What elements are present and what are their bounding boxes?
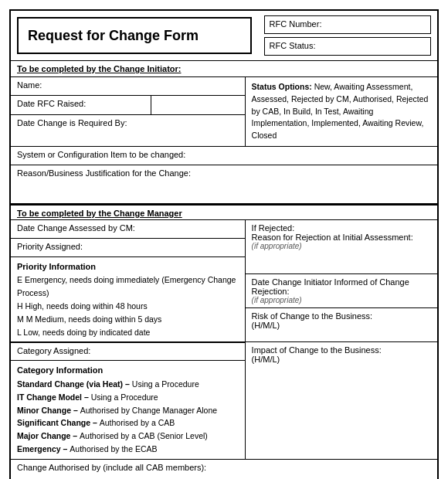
authorised-field[interactable]: Change Authorised by (include all CAB me…: [11, 459, 437, 479]
rfc-info: RFC Number: RFC Status:: [258, 11, 437, 60]
date-informed-field[interactable]: Date Change Initiator Informed of Change…: [246, 274, 437, 308]
manager-left: Date Change Assessed by CM: Priority Ass…: [11, 220, 246, 459]
form-title: Request for Change Form: [28, 28, 199, 44]
date-raised-value[interactable]: [151, 96, 245, 114]
status-options-content: Status Options: New, Awaiting Assessment…: [246, 77, 437, 146]
cat-significant: Significant Change – Authorised by a CAB: [17, 416, 239, 430]
date-assessed-field[interactable]: Date Change Assessed by CM:: [11, 220, 245, 239]
impact-scale: (H/M/L): [252, 355, 431, 364]
risk-label: Risk of Change to the Business:: [252, 311, 431, 321]
manager-section-label: To be completed by the Change Manager: [11, 204, 437, 220]
initiator-section-label: To be completed by the Change Initiator:: [11, 61, 437, 77]
cat-minor: Minor Change – Authorised by Change Mana…: [17, 404, 239, 417]
status-options-box: Status Options: New, Awaiting Assessment…: [246, 77, 437, 146]
rejection-appropriate: (if appropriate): [252, 242, 431, 250]
priority-info-header: Priority Information: [17, 260, 239, 274]
if-rejected-label: If Rejected:: [252, 223, 431, 233]
category-info-block: Category Information Standard Change (vi…: [11, 361, 245, 458]
priority-info-block: Priority Information E Emergency, needs …: [11, 257, 245, 343]
date-informed-label: Date Change Initiator Informed of Change…: [252, 277, 431, 296]
rejection-reason-field[interactable]: If Rejected: Reason for Rejection at Ini…: [246, 220, 437, 274]
manager-right: If Rejected: Reason for Rejection at Ini…: [246, 220, 437, 459]
reason-field[interactable]: Reason/Business Justification for the Ch…: [11, 165, 437, 204]
impact-label: Impact of Change to the Business:: [252, 345, 431, 355]
priority-mm: M M Medium, needs doing within 5 days: [17, 313, 239, 326]
category-assigned-field[interactable]: Category Assigned:: [11, 342, 245, 361]
priority-e: E Emergency, needs doing immediately (Em…: [17, 273, 239, 300]
top-section: Request for Change Form RFC Number: RFC …: [11, 11, 437, 61]
rfc-status-field[interactable]: RFC Status:: [264, 37, 431, 56]
date-raised-row: Date RFC Raised:: [11, 96, 245, 115]
cat-major: Major Change – Authorised by a CAB (Seni…: [17, 430, 239, 443]
rejection-reason-label: Reason for Rejection at Initial Assessme…: [252, 233, 431, 242]
category-info-header: Category Information: [17, 364, 239, 378]
priority-h: H High, needs doing within 48 hours: [17, 300, 239, 313]
cat-emergency: Emergency – Authorised by the ECAB: [17, 443, 239, 456]
status-options-label: Status Options:: [252, 82, 312, 91]
system-field[interactable]: System or Configuration Item to be chang…: [11, 147, 437, 165]
priority-l: L Low, needs doing by indicated date: [17, 326, 239, 339]
date-raised-field[interactable]: Date RFC Raised:: [11, 96, 151, 114]
initiator-left: Name: Date RFC Raised: Date Change is Re…: [11, 77, 246, 146]
cat-standard: Standard Change (via Heat) – Standard Ch…: [17, 378, 239, 391]
manager-section: Date Change Assessed by CM: Priority Ass…: [11, 220, 437, 459]
date-required-field[interactable]: Date Change is Required By:: [11, 115, 245, 134]
cat-it-model: IT Change Model – Using a Procedure: [17, 391, 239, 404]
risk-scale: (H/M/L): [252, 321, 431, 330]
form-container: Request for Change Form RFC Number: RFC …: [9, 9, 439, 479]
initiator-section: Name: Date RFC Raised: Date Change is Re…: [11, 77, 437, 147]
title-box: Request for Change Form: [17, 17, 252, 54]
risk-field[interactable]: Risk of Change to the Business: (H/M/L): [246, 308, 437, 342]
date-informed-appropriate: (if appropriate): [252, 296, 431, 304]
rfc-number-field[interactable]: RFC Number:: [264, 15, 431, 34]
impact-field[interactable]: Impact of Change to the Business: (H/M/L…: [246, 342, 437, 376]
name-field[interactable]: Name:: [11, 77, 245, 96]
priority-assigned-field[interactable]: Priority Assigned:: [11, 239, 245, 257]
